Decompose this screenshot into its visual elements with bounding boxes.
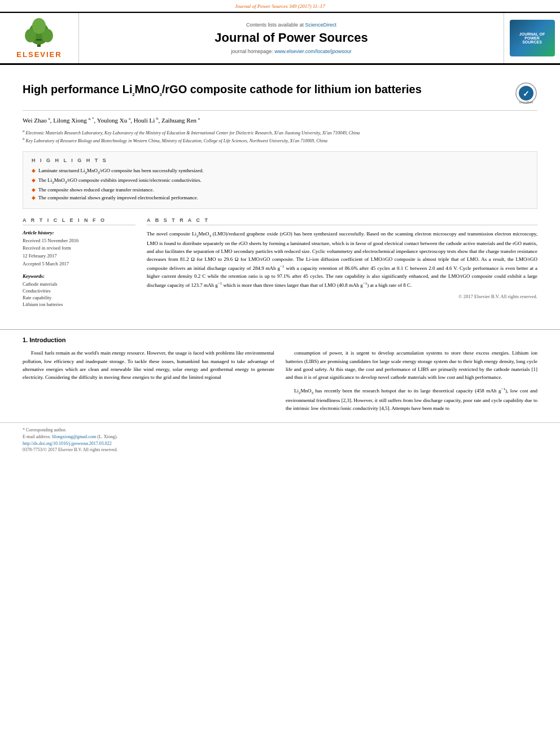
svg-point-4 bbox=[32, 18, 46, 34]
section-divider bbox=[0, 329, 560, 330]
article-history-title: Article history: bbox=[23, 230, 135, 235]
logo-line3: SOURCES bbox=[522, 40, 542, 44]
homepage-link[interactable]: www.elsevier.com/locate/jpowsour bbox=[274, 49, 352, 54]
logo-line2: POWER bbox=[524, 36, 539, 40]
author-lilong-xiong: Lilong Xiong a, * bbox=[53, 117, 94, 124]
highlight-item-1: ◆ Laminate structured Li2MnO3/rGO compos… bbox=[32, 168, 528, 175]
author-houli-li: Houli Li b bbox=[134, 117, 159, 124]
journal-logo-section: JOURNAL OF POWER SOURCES bbox=[504, 13, 560, 63]
journal-header-center: Contents lists available at ScienceDirec… bbox=[79, 13, 504, 63]
main-content: High performance Li2MnO3/rGO composite c… bbox=[0, 65, 560, 322]
elsevier-logo: ELSEVIER bbox=[16, 18, 62, 59]
keyword-1: Cathode materials bbox=[23, 281, 135, 287]
highlights-section: H I G H L I G H T S ◆ Laminate structure… bbox=[23, 151, 537, 209]
svg-text:CrossMark: CrossMark bbox=[519, 101, 533, 104]
journal-reference-bar: Journal of Power Sources 349 (2017) 11–1… bbox=[0, 0, 560, 12]
intro-section-title: 1. Introduction bbox=[23, 337, 537, 343]
doi-line[interactable]: http://dx.doi.org/10.1016/j.jpowsour.201… bbox=[23, 441, 537, 446]
highlight-text-3: The composite shows reduced charge trans… bbox=[38, 187, 154, 193]
svg-text:✓: ✓ bbox=[523, 89, 530, 98]
highlight-item-2: ◆ The Li2MnO3/rGO composite exhibits imp… bbox=[32, 177, 528, 185]
intro-text-columns: Fossil fuels remain as the world's main … bbox=[23, 349, 537, 417]
journal-reference-text: Journal of Power Sources 349 (2017) 11–1… bbox=[235, 3, 325, 9]
highlight-item-3: ◆ The composite shows reduced charge tra… bbox=[32, 187, 528, 193]
intro-left-col: Fossil fuels remain as the world's main … bbox=[23, 349, 274, 417]
affiliation-b: b Key Laboratory of Resource Biology and… bbox=[23, 136, 537, 145]
article-info-abstract: A R T I C L E I N F O Article history: R… bbox=[23, 217, 537, 309]
highlights-title: H I G H L I G H T S bbox=[32, 158, 528, 163]
power-sources-logo: JOURNAL OF POWER SOURCES bbox=[510, 20, 555, 56]
email-line: E-mail address: lilongxiong@gmail.com (L… bbox=[23, 434, 537, 439]
highlight-text-2: The Li2MnO3/rGO composite exhibits impro… bbox=[38, 177, 202, 185]
highlight-text-4: The composite material shows greatly imp… bbox=[38, 195, 198, 200]
email-note: (L. Xiong). bbox=[97, 434, 117, 439]
affiliations: a Electronic Materials Research Laborato… bbox=[23, 128, 537, 145]
highlight-bullet-4: ◆ bbox=[32, 195, 36, 200]
highlight-text-1: Laminate structured Li2MnO3/rGO composit… bbox=[38, 168, 203, 175]
svg-rect-5 bbox=[36, 39, 42, 41]
copyright-line: © 2017 Elsevier B.V. All rights reserved… bbox=[147, 294, 537, 299]
article-title: High performance Li2MnO3/rGO composite c… bbox=[23, 82, 506, 97]
logo-line1: JOURNAL OF bbox=[519, 32, 545, 36]
intro-right-col: consumption of power, it is urgent to de… bbox=[286, 349, 537, 417]
author-email[interactable]: lilongxiong@gmail.com bbox=[52, 434, 96, 439]
received-revised-label: Received in revised form bbox=[23, 245, 135, 252]
crossmark-badge-icon: ✓ CrossMark bbox=[515, 82, 537, 104]
highlight-bullet-1: ◆ bbox=[32, 168, 36, 173]
abstract-column: A B S T R A C T The novel composite Li2M… bbox=[147, 217, 537, 309]
highlight-bullet-2: ◆ bbox=[32, 177, 36, 183]
author-youlong-xu: Youlong Xu a bbox=[97, 117, 130, 124]
author-zaihuang-ren: Zaihuang Ren a bbox=[161, 117, 200, 124]
introduction-section: 1. Introduction Fossil fuels remain as t… bbox=[0, 337, 560, 417]
article-info-title: A R T I C L E I N F O bbox=[23, 217, 135, 225]
issn-line: 0378-7753/© 2017 Elsevier B.V. All right… bbox=[23, 447, 537, 452]
keyword-4: Lithium ion batteries bbox=[23, 302, 135, 307]
authors-section: Wei Zhao a, Lilong Xiong a, *, Youlong X… bbox=[23, 116, 537, 124]
sciencedirect-line: Contents lists available at ScienceDirec… bbox=[246, 22, 336, 28]
journal-homepage-line: journal homepage: www.elsevier.com/locat… bbox=[231, 49, 352, 54]
journal-title-header: Journal of Power Sources bbox=[215, 30, 368, 45]
sciencedirect-link[interactable]: ScienceDirect bbox=[305, 22, 337, 28]
intro-right-para-1: consumption of power, it is urgent to de… bbox=[286, 349, 537, 382]
accepted-date: Accepted 5 March 2017 bbox=[23, 261, 135, 268]
received-date: Received 15 November 2016 bbox=[23, 238, 135, 244]
affiliation-a: a Electronic Materials Research Laborato… bbox=[23, 128, 537, 137]
abstract-text: The novel composite Li2MnO3 (LMO)/reduce… bbox=[147, 230, 537, 289]
keyword-3: Rate capability bbox=[23, 295, 135, 300]
intro-right-para-2: Li2MnO3 has recently been the research h… bbox=[286, 386, 537, 413]
footnote-star: * bbox=[23, 427, 25, 433]
article-info-column: A R T I C L E I N F O Article history: R… bbox=[23, 217, 135, 309]
keyword-2: Conductivities bbox=[23, 288, 135, 294]
page: Journal of Power Sources 349 (2017) 11–1… bbox=[0, 0, 560, 747]
corresponding-author-note: * Corresponding author. bbox=[23, 427, 537, 433]
intro-para-1: Fossil fuels remain as the world's main … bbox=[23, 349, 274, 382]
elsevier-text: ELSEVIER bbox=[16, 50, 62, 59]
abstract-title: A B S T R A C T bbox=[147, 217, 537, 225]
keywords-title: Keywords: bbox=[23, 273, 135, 279]
highlight-item-4: ◆ The composite material shows greatly i… bbox=[32, 195, 528, 200]
highlight-bullet-3: ◆ bbox=[32, 187, 36, 193]
received-revised-date: 12 February 2017 bbox=[23, 253, 135, 260]
journal-header: ELSEVIER Contents lists available at Sci… bbox=[0, 12, 560, 65]
author-wei-zhao: Wei Zhao a bbox=[23, 117, 50, 124]
elsevier-tree-icon bbox=[19, 18, 59, 49]
elsevier-logo-section: ELSEVIER bbox=[0, 13, 79, 63]
article-title-section: High performance Li2MnO3/rGO composite c… bbox=[23, 73, 537, 111]
footer: * Corresponding author. E-mail address: … bbox=[0, 422, 560, 457]
